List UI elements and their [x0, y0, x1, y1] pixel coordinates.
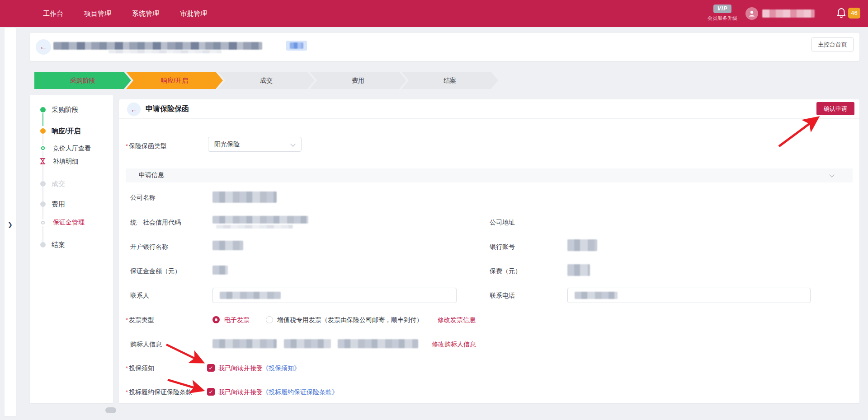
deposit-amount-label: 保证金金额（元）	[130, 266, 181, 275]
sidebar-item-procurement[interactable]: 采购阶段	[52, 105, 79, 114]
edit-buyer-info-link[interactable]: 修改购标人信息	[432, 340, 476, 349]
sidebar-item-fees[interactable]: 费用	[52, 200, 65, 209]
chevron-down-icon	[290, 141, 295, 146]
timeline-connector-done	[42, 113, 43, 126]
required-marker: *	[126, 143, 128, 149]
sidebar-item-fill-details[interactable]: 补填明细	[53, 157, 78, 166]
confirm-apply-button[interactable]: 确认申请	[816, 102, 854, 115]
vip-subtitle: 会员服务升级	[705, 15, 740, 22]
electronic-invoice-option[interactable]: 电子发票	[224, 315, 250, 324]
notification-count-badge: 46	[848, 8, 860, 19]
circle-outline-icon	[40, 145, 46, 151]
redacted-bank-name	[212, 241, 243, 250]
redacted-credit-code-line2	[216, 225, 293, 229]
stepper-step-response-open[interactable]: 响应/开启	[126, 72, 223, 89]
console-home-button[interactable]: 主控台首页	[811, 37, 854, 51]
insurance-type-label: *保险保函类型	[126, 141, 167, 150]
nav-item-approval-management[interactable]: 审批管理	[180, 9, 207, 18]
company-name-label: 公司名称	[130, 193, 156, 202]
user-icon	[748, 10, 755, 17]
nav-item-workbench[interactable]: 工作台	[43, 9, 63, 18]
credit-code-label: 统一社会信用代码	[130, 218, 181, 227]
sidebar-item-deposit-management[interactable]: 保证金管理	[53, 218, 85, 227]
redacted-buyer-phone	[284, 339, 331, 348]
redacted-contact-name	[220, 292, 281, 299]
stepper-step-close[interactable]: 结案	[401, 72, 498, 89]
bond-terms-label: *投标履约保证保险条款	[126, 387, 192, 397]
main-title-row	[119, 99, 859, 119]
required-marker: *	[126, 317, 128, 323]
header-back-button[interactable]: ←	[36, 39, 51, 55]
sidebar-item-close[interactable]: 结案	[52, 240, 65, 249]
check-icon: ✓	[208, 389, 213, 395]
redacted-credit-code	[212, 216, 308, 224]
back-arrow-icon: ←	[131, 106, 137, 113]
check-icon: ✓	[208, 365, 213, 371]
collapsed-panel: ❯	[5, 28, 16, 416]
stepper-step-deal[interactable]: 成交	[218, 72, 315, 89]
expand-panel-button[interactable]: ❯	[5, 218, 16, 231]
radio-electronic-invoice[interactable]	[212, 316, 220, 323]
required-marker: *	[126, 365, 128, 372]
radio-vat-invoice[interactable]	[266, 316, 273, 323]
phase-stepper: 采购阶段 响应/开启 成交 费用 结案	[34, 72, 498, 89]
insurance-type-select[interactable]: 阳光保险	[208, 137, 302, 152]
invoice-type-label: *发票类型	[126, 315, 154, 324]
top-navbar: 工作台 项目管理 系统管理 审批管理 VIP 会员服务升级 46	[0, 0, 868, 27]
notice-document-link[interactable]: 《投保须知》	[262, 364, 300, 373]
bank-name-label: 开户银行名称	[130, 242, 168, 251]
stepper-step-procurement[interactable]: 采购阶段	[34, 72, 131, 89]
notification-bell-icon[interactable]	[836, 8, 846, 19]
section-apply-info[interactable]: 申请信息	[126, 168, 853, 182]
terms-checkbox[interactable]: ✓	[207, 388, 215, 396]
vip-upgrade[interactable]: VIP 会员服务升级	[705, 4, 740, 22]
stepper-step-fees[interactable]: 费用	[310, 72, 406, 89]
redacted-buyer-name	[212, 339, 277, 348]
redacted-deposit-amount	[212, 266, 228, 275]
redacted-premium	[567, 264, 590, 276]
redacted-bank-account	[567, 239, 597, 251]
required-marker: *	[126, 389, 128, 396]
timeline-dot-deal	[40, 181, 46, 187]
main-menu: 工作台 项目管理 系统管理 审批管理	[43, 0, 207, 27]
section-title: 申请信息	[139, 171, 164, 179]
contact-name-input[interactable]	[212, 288, 457, 303]
avatar[interactable]	[745, 7, 758, 20]
redacted-project-title	[53, 42, 262, 50]
bank-account-label: 银行账号	[490, 242, 515, 251]
timeline-dot-response	[40, 128, 46, 134]
chevron-down-icon	[829, 172, 834, 177]
form-back-button[interactable]: ←	[127, 103, 141, 116]
vat-invoice-option[interactable]: 增值税专用发票（发票由保险公司邮寄，顺丰到付）	[277, 315, 423, 324]
redacted-project-subtitle	[108, 50, 222, 53]
redacted-company-name	[212, 191, 277, 203]
scrollbar-thumb[interactable]	[105, 407, 116, 413]
premium-label: 保费（元）	[490, 266, 521, 275]
redacted-username[interactable]	[762, 9, 815, 18]
screen: 工作台 项目管理 系统管理 审批管理 VIP 会员服务升级 46 ❯	[0, 0, 868, 420]
vip-icon: VIP	[713, 5, 731, 13]
page-title: 申请保险保函	[146, 104, 189, 114]
redacted-buyer-id	[338, 339, 418, 348]
insurance-notice-label: *投保须知	[126, 364, 154, 373]
buyer-info-label: 购标人信息	[130, 340, 162, 349]
notice-checkbox[interactable]: ✓	[207, 364, 215, 372]
notice-agree-text: 我已阅读并接受	[218, 364, 263, 373]
terms-agree-text: 我已阅读并接受	[218, 387, 263, 397]
terms-document-link[interactable]: 《投标履约保证保险条款》	[262, 387, 338, 397]
timeline-dot-procurement	[40, 107, 46, 112]
contact-name-label: 联系人	[130, 291, 149, 300]
sidebar-item-deal[interactable]: 成交	[52, 179, 65, 188]
sidebar-item-bidding-hall[interactable]: 竞价大厅查看	[53, 144, 91, 153]
sidebar-item-response-open[interactable]: 响应/开启	[52, 126, 80, 135]
redacted-contact-phone	[575, 292, 618, 299]
timeline-dot-fees	[40, 201, 46, 207]
circle-outline-icon	[40, 219, 46, 226]
contact-phone-label: 联系电话	[490, 291, 515, 300]
insurance-type-value: 阳光保险	[214, 140, 240, 148]
nav-item-system-management[interactable]: 系统管理	[132, 9, 159, 18]
edit-invoice-info-link[interactable]: 修改发票信息	[438, 315, 476, 324]
contact-phone-input[interactable]	[567, 288, 811, 303]
company-address-label: 公司地址	[490, 218, 515, 227]
nav-item-project-management[interactable]: 项目管理	[84, 9, 111, 18]
